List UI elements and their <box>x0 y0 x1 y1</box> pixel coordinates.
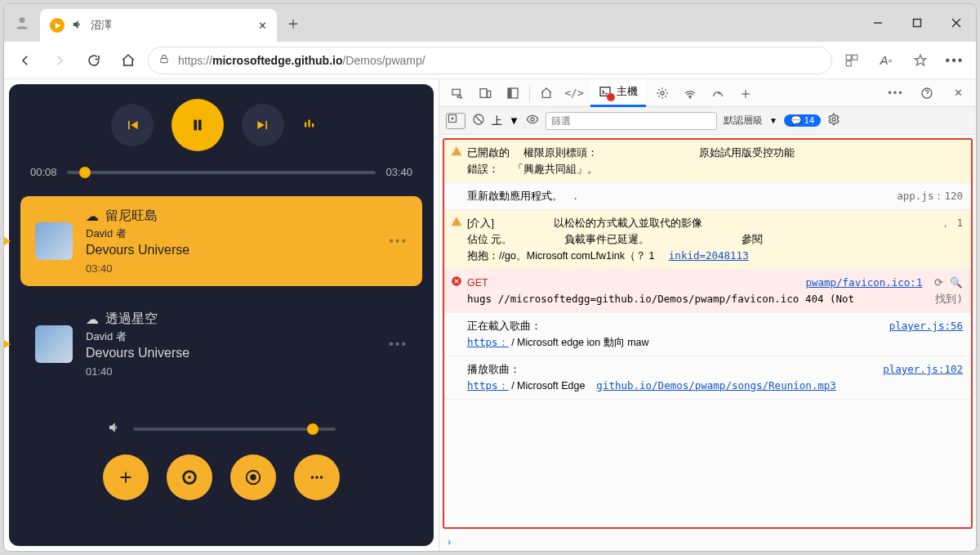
time-total: 03:40 <box>385 166 412 178</box>
text: hugs //microsoftedgg=github.io/Demos/pwa… <box>467 293 854 305</box>
console-tab[interactable]: 主機 <box>590 79 646 107</box>
new-tab-button[interactable]: ＋ <box>277 4 310 42</box>
song-menu-icon[interactable]: ••• <box>389 234 408 248</box>
elements-icon[interactable]: </> <box>563 82 586 105</box>
link[interactable]: https： <box>467 336 509 348</box>
cloud-icon: ☁ <box>86 311 99 327</box>
network-icon[interactable] <box>679 82 702 105</box>
log-level-selector[interactable]: 默認層級 <box>724 114 763 128</box>
forward-button[interactable] <box>45 46 74 75</box>
read-aloud-icon[interactable]: A» <box>871 46 901 75</box>
more-icon[interactable]: ••• <box>940 46 969 75</box>
performance-icon[interactable] <box>706 82 729 105</box>
link[interactable]: https： <box>467 379 509 392</box>
maximize-button[interactable] <box>898 4 937 42</box>
svg-rect-10 <box>194 120 197 131</box>
song-album: Devours Universe <box>86 346 189 360</box>
refresh-button[interactable] <box>79 46 109 75</box>
titlebar: 沼澤 ✕ ＋ <box>4 4 976 42</box>
seek-slider[interactable] <box>67 171 376 174</box>
volume-slider[interactable] <box>133 427 336 431</box>
inspect-icon[interactable] <box>446 82 469 105</box>
volume-icon[interactable] <box>107 420 122 438</box>
lock-icon <box>158 53 170 67</box>
song-item-1[interactable]: ☁留尼旺島 David 者 Devours Universe 03:40 ••• <box>20 196 422 286</box>
text: 找到) <box>935 291 963 307</box>
clear-console-icon[interactable] <box>472 113 485 128</box>
svg-point-19 <box>311 476 314 479</box>
console-row-error[interactable]: pwamp/favicon.ico:1 ⟳ 🔍 GET 找到) hugs //m… <box>444 270 971 313</box>
song-menu-icon[interactable]: ••• <box>389 337 408 351</box>
svg-point-18 <box>250 474 256 480</box>
song-artist: David 者 <box>86 226 189 241</box>
add-button[interactable] <box>103 454 149 500</box>
text: 已開啟的 <box>467 147 510 159</box>
player-controls <box>17 99 425 151</box>
help-icon[interactable] <box>915 82 938 105</box>
play-favicon-icon <box>50 18 65 33</box>
cloud-icon: ☁ <box>86 208 99 224</box>
console-settings-icon[interactable] <box>827 113 840 128</box>
pause-button[interactable] <box>172 99 224 151</box>
error-dot-icon <box>607 93 615 101</box>
svg-point-16 <box>188 476 191 479</box>
home-devtool-icon[interactable] <box>535 82 558 105</box>
close-devtools-icon[interactable]: ✕ <box>947 82 969 105</box>
text: 正在載入歌曲： <box>467 320 541 332</box>
console-row-warning[interactable]: 已開啟的 權限原則標頭： 原始試用版受控功能 錯誤： 「興趣共同組」。 <box>444 140 971 183</box>
text: 負載事件已延遲。 <box>564 234 649 245</box>
text: 「興趣共同組」。 <box>513 163 598 175</box>
prev-track-button[interactable] <box>111 104 154 146</box>
add-panel-icon[interactable]: ＋ <box>734 82 757 105</box>
record-button[interactable] <box>230 454 276 500</box>
close-window-button[interactable] <box>937 4 976 42</box>
svg-point-28 <box>661 92 664 95</box>
disc-button[interactable] <box>167 454 212 500</box>
console-row-warning[interactable]: ， 1 [介入] 以松松的方式載入並取代的影像 佔位 元。 負載事件已延遲。 參… <box>444 210 971 270</box>
extensions-icon[interactable] <box>837 46 866 75</box>
more-button[interactable] <box>294 454 340 500</box>
source-link[interactable]: app.js：120 <box>897 188 963 204</box>
device-icon[interactable] <box>474 82 497 105</box>
text: [介入] <box>467 217 494 229</box>
source-link[interactable]: player.js:56 <box>889 320 963 332</box>
minimize-button[interactable] <box>858 4 898 42</box>
close-tab-icon[interactable]: ✕ <box>258 20 267 32</box>
link[interactable]: github.io/Demos/pwamp/songs/Reunion.mp3 <box>596 379 836 392</box>
profile-avatar[interactable] <box>4 4 40 42</box>
source-link[interactable]: pwamp/favicon.ico:1 <box>805 276 922 289</box>
context-label[interactable]: 上 <box>492 114 502 128</box>
svg-point-36 <box>832 118 835 121</box>
sidebar-toggle-icon[interactable] <box>446 113 466 129</box>
console-row[interactable]: player.js:56 正在載入歌曲： https： / Microsoft … <box>444 313 971 356</box>
dropdown-icon[interactable]: ▼ <box>509 114 519 127</box>
console-output: 已開啟的 權限原則標頭： 原始試用版受控功能 錯誤： 「興趣共同組」。 app.… <box>443 138 973 529</box>
message-count-badge[interactable]: 💬 14 <box>784 114 821 127</box>
favorite-icon[interactable] <box>906 46 935 75</box>
browser-tab[interactable]: 沼澤 ✕ <box>40 9 277 42</box>
text: 播放歌曲： <box>467 364 520 375</box>
song-duration: 01:40 <box>86 365 189 378</box>
home-button[interactable] <box>114 46 143 75</box>
console-prompt[interactable]: › <box>439 532 976 551</box>
source-link[interactable]: player.js:102 <box>883 363 963 375</box>
dropdown-icon[interactable]: ▼ <box>769 116 777 125</box>
equalizer-icon[interactable] <box>302 116 332 134</box>
sources-icon[interactable] <box>651 82 674 105</box>
link[interactable]: inkid=2048113 <box>669 249 749 262</box>
error-icon <box>451 275 462 287</box>
console-row[interactable]: player.js:102 播放歌曲： https： / Microsoft E… <box>444 356 971 400</box>
song-item-2[interactable]: ☁透過星空 David 者 Devours Universe 01:40 ••• <box>20 299 422 389</box>
url-field[interactable]: https://microsoftedge.github.io/Demos/pw… <box>148 47 832 74</box>
more-devtools-icon[interactable]: ••• <box>884 82 907 105</box>
live-expression-icon[interactable] <box>526 113 539 128</box>
text: / Microsoft edge ion 動向 maw <box>511 337 648 348</box>
url-text: https://microsoftedge.github.io/Demos/pw… <box>178 54 425 67</box>
filter-input[interactable] <box>546 112 717 130</box>
svg-rect-9 <box>846 60 851 65</box>
back-button[interactable] <box>11 46 40 75</box>
console-row[interactable]: app.js：120 重新啟動應用程式。 . <box>444 183 971 210</box>
dock-icon[interactable] <box>501 82 524 105</box>
next-track-button[interactable] <box>242 104 284 146</box>
svg-point-0 <box>20 17 25 23</box>
